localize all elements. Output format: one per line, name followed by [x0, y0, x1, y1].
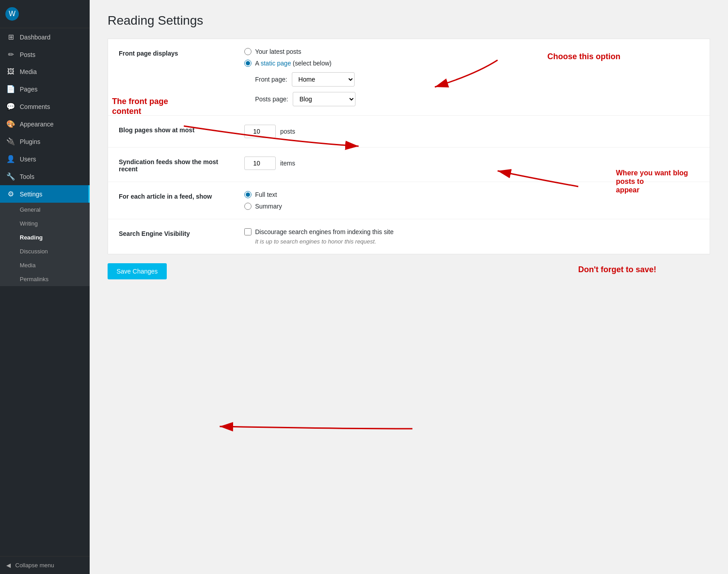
sidebar-item-label: Comments	[20, 103, 50, 110]
settings-submenu: General Writing Reading Discussion Media…	[0, 203, 90, 286]
full-text-radio[interactable]	[244, 191, 251, 198]
static-page-link[interactable]: static page	[260, 60, 291, 67]
latest-posts-label[interactable]: Your latest posts	[255, 48, 301, 55]
comments-icon: 💬	[6, 102, 15, 111]
search-visibility-checkbox[interactable]	[244, 228, 251, 235]
sidebar-item-dashboard[interactable]: ⊞ Dashboard	[0, 28, 90, 46]
page-title: Reading Settings	[108, 13, 710, 28]
summary-label[interactable]: Summary	[255, 203, 282, 210]
blog-pages-unit: posts	[280, 128, 295, 135]
save-changes-button[interactable]: Save Changes	[108, 263, 167, 279]
settings-icon: ⚙	[6, 190, 15, 198]
latest-posts-radio-item[interactable]: Your latest posts	[244, 48, 699, 55]
blog-pages-number-group: 10 posts	[244, 125, 699, 138]
search-visibility-hint: It is up to search engines to honor this…	[255, 238, 699, 245]
static-page-radio[interactable]	[244, 60, 251, 67]
sidebar-subitem-media[interactable]: Media	[0, 258, 90, 272]
static-page-label: A static page (select below)	[255, 60, 331, 67]
summary-radio-item[interactable]: Summary	[244, 203, 699, 210]
sidebar-subitem-general[interactable]: General	[0, 203, 90, 217]
full-text-radio-item[interactable]: Full text	[244, 191, 699, 198]
search-visibility-label: Search Engine Visibility	[119, 228, 235, 237]
dashboard-icon: ⊞	[6, 33, 15, 41]
collapse-menu-button[interactable]: ◀ Collapse menu	[0, 556, 90, 574]
sidebar-nav: ⊞ Dashboard ✏ Posts 🖼 Media 📄 Pages 💬 Co…	[0, 28, 90, 556]
settings-form-wrapper: Choose this option The front pagecontent…	[108, 39, 710, 279]
blog-pages-label: Blog pages show at most	[119, 125, 235, 134]
sidebar-item-media[interactable]: 🖼 Media	[0, 63, 90, 80]
sidebar-item-label: Pages	[20, 86, 38, 93]
summary-radio[interactable]	[244, 203, 251, 210]
search-visibility-row: Search Engine Visibility Discourage sear…	[108, 219, 710, 254]
posts-page-select-row: Posts page: Blog Home About Contact	[255, 92, 699, 106]
posts-icon: ✏	[6, 50, 15, 59]
posts-page-select[interactable]: Blog Home About Contact	[293, 92, 355, 106]
sidebar-item-label: Posts	[20, 51, 35, 58]
blog-pages-input[interactable]: 10	[244, 125, 276, 138]
wp-logo-icon: W	[5, 7, 19, 21]
collapse-label: Collapse menu	[15, 562, 54, 569]
users-icon: 👤	[6, 155, 15, 163]
feed-show-control: Full text Summary	[244, 191, 699, 210]
collapse-icon: ◀	[6, 562, 11, 569]
main-content: Reading Settings Choose this option The …	[90, 0, 728, 574]
static-page-radio-item[interactable]: A static page (select below)	[244, 60, 699, 67]
front-page-radio-group: Your latest posts A static page (select …	[244, 48, 699, 67]
full-text-label[interactable]: Full text	[255, 191, 277, 198]
sidebar-item-posts[interactable]: ✏ Posts	[0, 46, 90, 63]
appearance-icon: 🎨	[6, 120, 15, 128]
sidebar-item-pages[interactable]: 📄 Pages	[0, 80, 90, 98]
front-page-label: Front page displays	[119, 48, 235, 57]
sidebar-item-label: Appearance	[20, 121, 54, 128]
pages-icon: 📄	[6, 85, 15, 93]
search-visibility-control: Discourage search engines from indexing …	[244, 228, 699, 245]
front-page-select[interactable]: Home About Contact Blog	[292, 72, 355, 87]
sidebar-subitem-writing[interactable]: Writing	[0, 217, 90, 230]
sidebar-item-tools[interactable]: 🔧 Tools	[0, 168, 90, 185]
plugins-icon: 🔌	[6, 137, 15, 146]
sidebar-subitem-reading[interactable]: Reading	[0, 230, 90, 244]
feed-show-label: For each article in a feed, show	[119, 191, 235, 200]
sidebar-subitem-permalinks[interactable]: Permalinks	[0, 272, 90, 286]
syndication-unit: items	[280, 160, 295, 167]
sidebar-item-label: Settings	[20, 191, 43, 198]
feed-show-row: For each article in a feed, show Full te…	[108, 182, 710, 219]
front-page-control: Your latest posts A static page (select …	[244, 48, 699, 106]
search-visibility-checkbox-label[interactable]: Discourage search engines from indexing …	[255, 228, 394, 235]
blog-pages-row: Blog pages show at most 10 posts	[108, 116, 710, 148]
tools-icon: 🔧	[6, 172, 15, 181]
sidebar-item-users[interactable]: 👤 Users	[0, 150, 90, 168]
sidebar-item-label: Tools	[20, 173, 35, 180]
syndication-number-group: items	[244, 157, 699, 170]
syndication-label: Syndication feeds show the most recent	[119, 157, 235, 173]
annotation-dont-forget: Don't forget to save!	[578, 265, 656, 275]
search-visibility-checkbox-item[interactable]: Discourage search engines from indexing …	[244, 228, 699, 235]
media-icon: 🖼	[6, 68, 15, 76]
posts-page-dropdown-label: Posts page:	[255, 96, 288, 103]
settings-section: Front page displays Your latest posts A …	[108, 39, 710, 254]
sidebar-logo: W	[0, 0, 90, 28]
front-page-row: Front page displays Your latest posts A …	[108, 39, 710, 116]
sidebar-item-label: Media	[20, 68, 37, 75]
front-page-dropdown-label: Front page:	[255, 76, 287, 83]
sidebar-item-comments[interactable]: 💬 Comments	[0, 98, 90, 115]
sidebar-item-plugins[interactable]: 🔌 Plugins	[0, 133, 90, 150]
syndication-row: Syndication feeds show the most recent i…	[108, 148, 710, 182]
sidebar-item-settings[interactable]: ⚙ Settings	[0, 185, 90, 203]
latest-posts-radio[interactable]	[244, 48, 251, 55]
sidebar-item-label: Users	[20, 156, 36, 163]
syndication-control: items	[244, 157, 699, 170]
front-page-select-row: Front page: Home About Contact Blog	[255, 72, 699, 87]
sidebar-subitem-discussion[interactable]: Discussion	[0, 244, 90, 258]
sidebar-item-appearance[interactable]: 🎨 Appearance	[0, 115, 90, 133]
sidebar-item-label: Dashboard	[20, 34, 51, 41]
blog-pages-control: 10 posts	[244, 125, 699, 138]
feed-type-radio-group: Full text Summary	[244, 191, 699, 210]
sidebar: W ⊞ Dashboard ✏ Posts 🖼 Media 📄 Pages 💬 …	[0, 0, 90, 574]
syndication-input[interactable]	[244, 157, 276, 170]
sidebar-item-label: Plugins	[20, 138, 40, 145]
